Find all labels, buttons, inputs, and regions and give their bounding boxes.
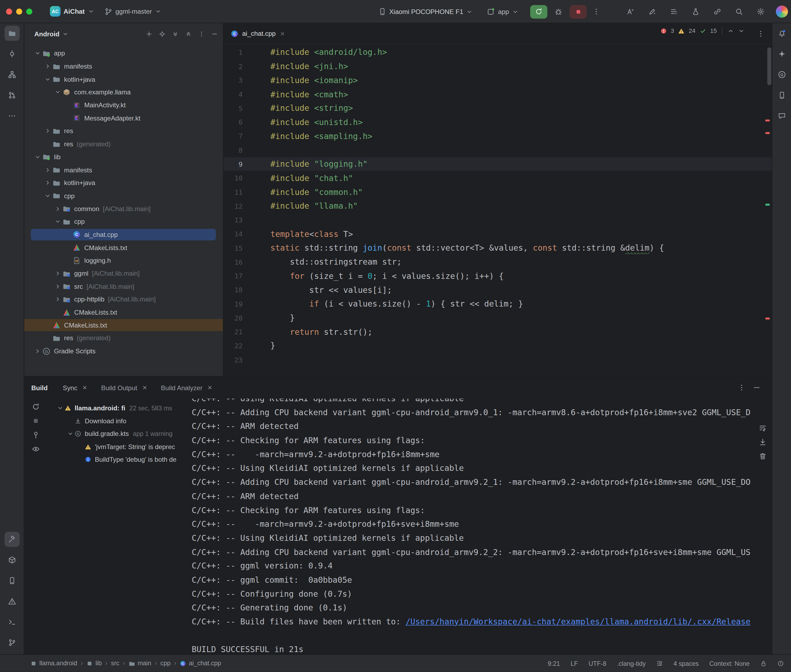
next-issue-button[interactable] bbox=[738, 27, 744, 34]
code-line-14[interactable]: 14template<class T> bbox=[223, 227, 772, 241]
tool-button-phone[interactable] bbox=[4, 573, 19, 588]
editor-tab-ai-chat-cpp[interactable]: C ai_chat.cpp bbox=[223, 23, 291, 44]
chevron-right-icon[interactable] bbox=[42, 63, 52, 69]
zoom-window-button[interactable] bbox=[26, 8, 32, 14]
stop-button[interactable] bbox=[570, 5, 587, 19]
debug-button[interactable] bbox=[552, 5, 565, 19]
code-line-8[interactable]: 8 bbox=[223, 143, 772, 157]
project-action-locate[interactable] bbox=[159, 30, 165, 37]
tool-button-commit-check[interactable] bbox=[4, 46, 19, 61]
console-action-soft-wrap[interactable] bbox=[759, 424, 767, 432]
close-tab-icon[interactable] bbox=[207, 384, 213, 390]
build-tree-item-buildtype-debug-is-both-de[interactable]: BuildType 'debug' is both de bbox=[24, 453, 188, 466]
chevron-down-icon[interactable] bbox=[53, 89, 63, 96]
close-window-button[interactable] bbox=[6, 8, 12, 14]
tool-button-more-horizontal[interactable] bbox=[4, 108, 19, 123]
build-tree-item-download-info[interactable]: Download info bbox=[24, 414, 188, 427]
status-lf[interactable]: LF bbox=[571, 660, 578, 667]
code-line-17[interactable]: 17 for (size_t i = 0; i < values.size();… bbox=[223, 269, 772, 283]
close-tab-icon[interactable] bbox=[279, 30, 285, 36]
tree-item-res[interactable]: res bbox=[24, 125, 223, 138]
code-line-13[interactable]: 13 bbox=[223, 213, 772, 227]
tool-button-pull-request[interactable] bbox=[4, 88, 19, 103]
indent-guide-icon[interactable] bbox=[656, 660, 663, 667]
status-9-21[interactable]: 9:21 bbox=[548, 660, 560, 667]
tool-button-folder[interactable] bbox=[4, 26, 19, 41]
build-tab-build-analyzer[interactable]: Build Analyzer bbox=[161, 384, 213, 391]
run-configuration-selector[interactable]: app bbox=[483, 6, 522, 18]
code-line-21[interactable]: 21 return str.str(); bbox=[223, 325, 772, 339]
console-action-scroll-end[interactable] bbox=[759, 438, 767, 446]
project-widget[interactable]: AC AiChat bbox=[46, 4, 98, 19]
tree-item-cmakelists-txt[interactable]: CMakeLists.txt bbox=[24, 306, 223, 318]
tool-button-package-box[interactable] bbox=[4, 552, 19, 567]
code-line-16[interactable]: 16 std::ostringstream str; bbox=[223, 255, 772, 269]
code-line-9[interactable]: 9#include "logging.h" bbox=[223, 157, 772, 171]
code-line-19[interactable]: 19 if (i < values.size() - 1) { str << d… bbox=[223, 297, 772, 311]
chevron-right-icon[interactable] bbox=[32, 348, 42, 354]
profile-avatar[interactable] bbox=[776, 6, 788, 18]
tree-item-manifests[interactable]: manifests bbox=[24, 60, 223, 73]
build-options-icon[interactable] bbox=[738, 384, 746, 392]
project-action-expand-all[interactable] bbox=[172, 30, 178, 37]
circle-exclaim-icon[interactable] bbox=[777, 660, 784, 667]
console-file-link[interactable]: /Users/hanyin/Workspace/ai-chat/examples… bbox=[406, 617, 751, 627]
build-tree-item-llama-android-fi[interactable]: llama.android: fi22 sec, 583 ms bbox=[24, 402, 188, 414]
chevron-right-icon[interactable] bbox=[53, 205, 63, 212]
code-line-15[interactable]: 15static std::string join(const std::vec… bbox=[223, 241, 772, 255]
tree-item-cpp-httplib[interactable]: cpp-httplib[AiChat.lib.main] bbox=[24, 293, 223, 306]
hide-build-panel-icon[interactable] bbox=[753, 384, 761, 392]
status-utf-8[interactable]: UTF-8 bbox=[589, 660, 606, 667]
breadcrumb-item-src[interactable]: src bbox=[111, 660, 119, 667]
build-tree-item-jvmtarget-string-is-deprec[interactable]: 'jvmTarget: String' is deprec bbox=[24, 440, 188, 453]
status-clang-tidy[interactable]: .clang-tidy bbox=[617, 660, 646, 667]
tree-item-ggml[interactable]: ggml[AiChat.lib.main] bbox=[24, 267, 223, 280]
chevron-down-icon[interactable] bbox=[66, 430, 75, 437]
titlebar-action-list-sparkle[interactable] bbox=[667, 5, 681, 18]
rerun-button[interactable] bbox=[530, 5, 547, 19]
tree-item-common[interactable]: common[AiChat.lib.main] bbox=[24, 202, 223, 215]
titlebar-action-pencil-sparkle[interactable] bbox=[646, 5, 659, 18]
project-action-minus[interactable] bbox=[211, 30, 218, 37]
code-line-2[interactable]: 2#include <jni.h> bbox=[223, 59, 772, 74]
project-view-selector[interactable]: Android bbox=[31, 28, 72, 40]
status-context-none[interactable]: Context: None bbox=[709, 660, 749, 667]
build-console[interactable]: C/C++: -- Using KleidiAI optimized kerne… bbox=[192, 399, 772, 654]
breadcrumb-item-ai-chat-cpp[interactable]: Cai_chat.cpp bbox=[180, 660, 221, 667]
editor-scrollbar[interactable] bbox=[767, 47, 771, 85]
code-area[interactable]: 1#include <android/log.h>2#include <jni.… bbox=[223, 44, 772, 367]
chevron-down-icon[interactable] bbox=[53, 218, 63, 225]
code-line-18[interactable]: 18 str << values[i]; bbox=[223, 283, 772, 297]
breadcrumb-item-lib[interactable]: lib bbox=[87, 660, 102, 667]
build-tab-sync[interactable]: Sync bbox=[63, 384, 88, 391]
minimize-window-button[interactable] bbox=[16, 8, 22, 14]
close-tab-icon[interactable] bbox=[82, 384, 88, 390]
tree-item-lib[interactable]: lib bbox=[24, 150, 223, 163]
device-selector[interactable]: Xiaomi POCOPHONE F1 bbox=[375, 6, 477, 18]
previous-issue-button[interactable] bbox=[727, 27, 734, 34]
chevron-down-icon[interactable] bbox=[32, 50, 42, 56]
chevron-down-icon[interactable] bbox=[42, 192, 52, 199]
code-line-20[interactable]: 20 } bbox=[223, 311, 772, 325]
inspection-widget[interactable]: 3 24 15 bbox=[660, 27, 745, 35]
tool-button-hammer[interactable] bbox=[4, 532, 19, 547]
code-line-4[interactable]: 4#include <cmath> bbox=[223, 87, 772, 101]
tool-button-four-point-star[interactable] bbox=[774, 46, 789, 61]
tool-button-problems[interactable] bbox=[4, 594, 19, 609]
chevron-right-icon[interactable] bbox=[53, 296, 63, 302]
chevron-down-icon[interactable] bbox=[42, 76, 52, 83]
tree-item-manifests[interactable]: manifests bbox=[24, 163, 223, 176]
editor-options-icon[interactable] bbox=[757, 30, 765, 38]
chevron-down-icon[interactable] bbox=[55, 405, 64, 411]
project-action-plus[interactable] bbox=[146, 30, 152, 37]
lock-open-icon[interactable] bbox=[761, 660, 767, 667]
close-tab-icon[interactable] bbox=[142, 384, 148, 390]
tool-button-gradle-circle[interactable]: G bbox=[774, 67, 789, 82]
status-4-spaces[interactable]: 4 spaces bbox=[673, 660, 699, 667]
build-tree-item-build-gradle-kts[interactable]: Gbuild.gradle.ktsapp 1 warning bbox=[24, 427, 188, 440]
tree-item-cmakelists-txt[interactable]: CMakeLists.txt bbox=[24, 318, 223, 331]
tree-item-app[interactable]: app bbox=[24, 47, 223, 60]
titlebar-action-chain-link[interactable] bbox=[711, 5, 724, 18]
tool-button-bell-notification[interactable] bbox=[774, 26, 789, 41]
tree-item-cpp[interactable]: cpp bbox=[24, 215, 223, 228]
